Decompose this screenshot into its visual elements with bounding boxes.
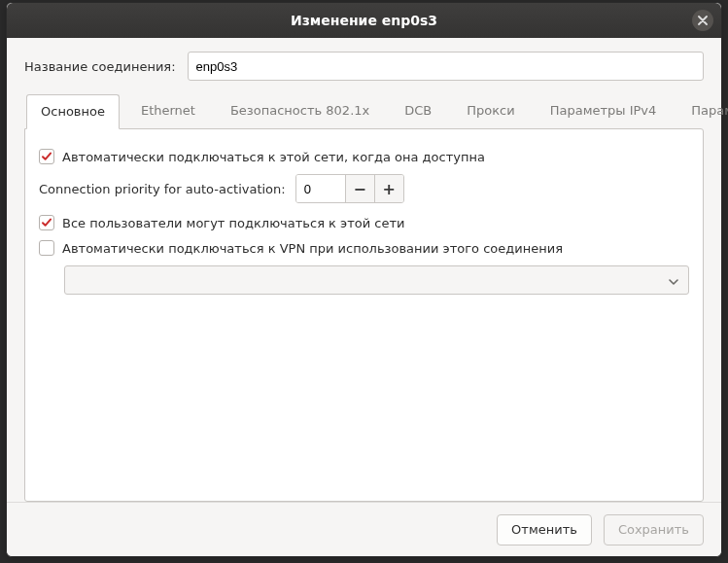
minus-icon: −	[354, 180, 366, 198]
check-icon	[41, 217, 52, 229]
vpn-auto-block: Автоматически подключаться к VPN при исп…	[39, 240, 689, 295]
vpn-select[interactable]	[64, 265, 689, 295]
footer: Отменить Сохранить	[7, 502, 721, 556]
priority-increment-button[interactable]: +	[374, 175, 403, 202]
chevron-down-icon	[669, 273, 678, 288]
priority-label: Connection priority for auto-activation:	[39, 182, 286, 196]
auto-connect-checkbox[interactable]	[39, 149, 54, 164]
tab-panel-general: Автоматически подключаться к этой сети, …	[24, 128, 704, 502]
tabs-bar: Основное Ethernet Безопасность 802.1x DC…	[24, 94, 704, 128]
tab-8021x-security[interactable]: Безопасность 802.1x	[217, 94, 383, 128]
window-title: Изменение enp0s3	[291, 13, 437, 28]
priority-decrement-button[interactable]: −	[345, 175, 374, 202]
vpn-auto-label: Автоматически подключаться к VPN при исп…	[62, 241, 563, 256]
vpn-auto-row: Автоматически подключаться к VPN при исп…	[39, 240, 689, 256]
close-button[interactable]	[692, 10, 713, 31]
vpn-auto-checkbox[interactable]	[39, 240, 54, 256]
connection-editor-window: Изменение enp0s3 Название соединения: Ос…	[6, 2, 722, 557]
tab-ipv6[interactable]: Параметры IPv6	[677, 94, 728, 128]
close-icon	[698, 16, 708, 25]
all-users-checkbox[interactable]	[39, 215, 54, 230]
all-users-label: Все пользователи могут подключаться к эт…	[62, 216, 405, 230]
auto-connect-row: Автоматически подключаться к этой сети, …	[39, 149, 689, 164]
tab-dcb[interactable]: DCB	[391, 94, 445, 128]
all-users-row: Все пользователи могут подключаться к эт…	[39, 215, 689, 230]
connection-name-input[interactable]	[188, 52, 704, 81]
priority-row: Connection priority for auto-activation:…	[39, 174, 689, 203]
tab-ethernet[interactable]: Ethernet	[127, 94, 209, 128]
tabs: Основное Ethernet Безопасность 802.1x DC…	[24, 94, 704, 502]
connection-name-row: Название соединения:	[24, 52, 704, 81]
auto-connect-label: Автоматически подключаться к этой сети, …	[62, 150, 485, 164]
content-area: Название соединения: Основное Ethernet Б…	[7, 38, 721, 502]
titlebar: Изменение enp0s3	[7, 3, 721, 38]
connection-name-label: Название соединения:	[24, 59, 176, 74]
tab-general[interactable]: Основное	[26, 94, 120, 129]
save-button[interactable]: Сохранить	[604, 514, 704, 545]
priority-value-input[interactable]	[296, 175, 345, 202]
tab-ipv4[interactable]: Параметры IPv4	[537, 94, 671, 128]
priority-stepper: − +	[295, 174, 404, 203]
tab-proxy[interactable]: Прокси	[453, 94, 528, 128]
cancel-button[interactable]: Отменить	[497, 514, 592, 545]
plus-icon: +	[383, 180, 396, 198]
check-icon	[41, 151, 52, 162]
